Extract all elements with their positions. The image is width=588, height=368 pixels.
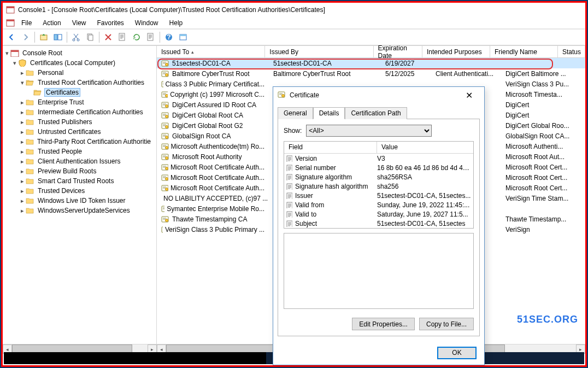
menu-action[interactable]: Action	[38, 18, 65, 28]
mmc-icon	[6, 19, 15, 27]
dialog-close-button[interactable]: ✕	[458, 87, 480, 103]
tree-node[interactable]: ▸Windows Live ID Token Issuer	[4, 196, 155, 206]
svg-rect-6	[54, 34, 57, 40]
tree-node[interactable]: ▸Untrusted Certificates	[4, 127, 155, 137]
tree-node[interactable]: ▸Intermediate Certification Authorities	[4, 107, 155, 117]
col-expiration[interactable]: Expiration Date	[374, 46, 422, 57]
toolbar: ?	[3, 29, 585, 45]
col-status[interactable]: Status	[558, 46, 585, 57]
field-row[interactable]: Issuer51sectest-DC01-CA, 51sectes...	[284, 191, 473, 200]
new-window-button[interactable]	[177, 31, 190, 44]
field-row[interactable]: Valid toSaturday, June 19, 2027 11:5...	[284, 209, 473, 219]
watermark: 51SEC.ORG	[517, 314, 578, 325]
field-list[interactable]: FieldValue VersionV3Serial number16 8b 6…	[284, 141, 474, 229]
show-label: Show:	[284, 127, 302, 135]
tab-certpath[interactable]: Certification Path	[345, 107, 407, 119]
up-button[interactable]	[37, 31, 50, 44]
show-select[interactable]: <All>	[306, 125, 432, 137]
export-button[interactable]	[144, 31, 157, 44]
field-row[interactable]: Signature algorithmsha256RSA	[284, 172, 473, 182]
window-title: Console1 - [Console Root\Certificates (L…	[18, 6, 325, 14]
certificate-icon	[278, 91, 286, 100]
tab-details[interactable]: Details	[313, 107, 345, 119]
tree-console-root[interactable]: ▾Console Root	[4, 48, 155, 58]
col-field[interactable]: Field	[284, 142, 377, 153]
tab-general[interactable]: General	[278, 107, 313, 119]
title-bar: Console1 - [Console Root\Certificates (L…	[3, 3, 585, 17]
col-intended[interactable]: Intended Purposes	[422, 46, 490, 57]
cut-button[interactable]	[69, 31, 83, 44]
tree-node[interactable]: ▸Trusted Devices	[4, 186, 155, 196]
copy-button[interactable]	[84, 31, 97, 44]
cert-row[interactable]: Baltimore CyberTrust Root Baltimore Cybe…	[157, 68, 585, 79]
tree-node[interactable]: ▸Personal	[4, 68, 155, 78]
dialog-title: Certificate	[290, 91, 319, 99]
forward-button[interactable]	[19, 31, 32, 44]
tree-node[interactable]: ▸Client Authentication Issuers	[4, 156, 155, 166]
menu-help[interactable]: Help	[165, 18, 187, 28]
mmc-icon	[6, 5, 15, 14]
properties-button[interactable]	[116, 31, 129, 44]
show-hide-button[interactable]	[51, 31, 64, 44]
tree-node[interactable]: ▸Enterprise Trust	[4, 97, 155, 107]
menu-file[interactable]: File	[17, 18, 36, 28]
tree-certificates-leaf[interactable]: Certificates	[4, 87, 155, 97]
copy-to-file-button[interactable]: Copy to File...	[419, 318, 474, 330]
certificate-dialog: Certificate ✕ General Details Certificat…	[273, 86, 485, 365]
svg-rect-11	[89, 35, 93, 40]
svg-rect-7	[58, 34, 62, 40]
field-row[interactable]: Subject51sectest-DC01-CA, 51sectes	[284, 219, 473, 228]
tree-node[interactable]: ▸Trusted Publishers	[4, 117, 155, 127]
refresh-button[interactable]	[130, 31, 143, 44]
field-row[interactable]: Signature hash algorithmsha256	[284, 182, 473, 191]
cert-row[interactable]: 51sectest-DC01-CA 51sectest-DC01-CA 6/19…	[157, 58, 585, 68]
menu-bar: File Action View Favorites Window Help	[3, 17, 585, 29]
svg-rect-5	[40, 35, 47, 40]
ok-button[interactable]: OK	[437, 347, 477, 359]
svg-rect-15	[180, 34, 186, 36]
back-button[interactable]	[5, 31, 18, 44]
tree-node[interactable]: ▾Trusted Root Certification Authorities	[4, 78, 155, 87]
svg-text:?: ?	[167, 33, 170, 41]
field-row[interactable]: Valid fromSunday, June 19, 2022 11:45:..…	[284, 200, 473, 209]
delete-button[interactable]	[102, 31, 115, 44]
menu-window[interactable]: Window	[131, 18, 163, 28]
tree-node[interactable]: ▸Preview Build Roots	[4, 166, 155, 176]
tree-node[interactable]: ▸Trusted People	[4, 147, 155, 156]
column-headers: Issued To▴ Issued By Expiration Date Int…	[157, 46, 585, 58]
col-issued-by[interactable]: Issued By	[265, 46, 373, 57]
menu-view[interactable]: View	[68, 18, 91, 28]
tree-certificates-local[interactable]: ▾Certificates (Local Computer)	[4, 58, 155, 68]
col-value[interactable]: Value	[377, 142, 473, 153]
col-friendly[interactable]: Friendly Name	[490, 46, 558, 57]
field-row[interactable]: Serial number16 8b 60 ea 46 1d 86 bd 4d …	[284, 163, 473, 172]
tree-pane[interactable]: ▾Console Root ▾Certificates (Local Compu…	[3, 46, 157, 353]
menu-favorites[interactable]: Favorites	[93, 18, 128, 28]
field-row[interactable]: VersionV3	[284, 154, 473, 163]
help-button[interactable]: ?	[162, 31, 175, 44]
value-textarea[interactable]	[284, 233, 474, 309]
tree-node[interactable]: ▸WindowsServerUpdateServices	[4, 206, 155, 215]
col-issued-to[interactable]: Issued To▴	[157, 46, 265, 57]
tree-node[interactable]: ▸Smart Card Trusted Roots	[4, 176, 155, 186]
tree-node[interactable]: ▸Third-Party Root Certification Authorit…	[4, 137, 155, 147]
edit-properties-button[interactable]: Edit Properties...	[352, 318, 415, 330]
